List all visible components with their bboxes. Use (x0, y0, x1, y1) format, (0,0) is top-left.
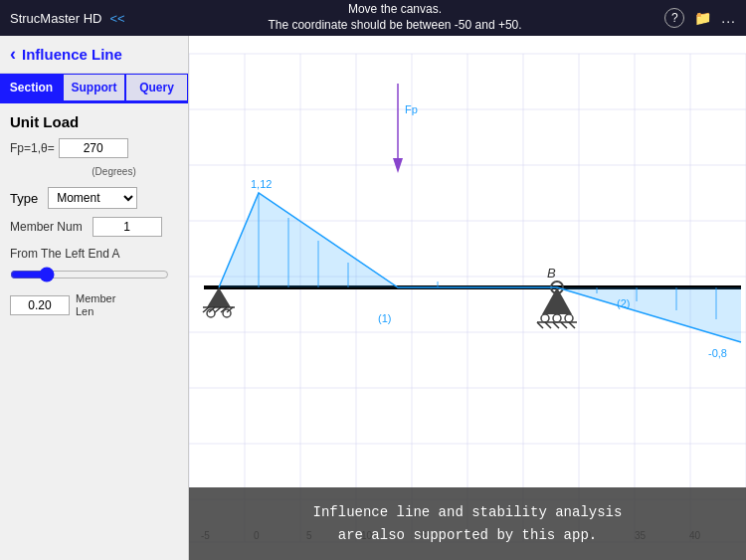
more-icon[interactable]: ... (721, 10, 736, 26)
main-layout: ‹ Influence Line Section Support Query U… (0, 36, 746, 560)
label-1: (1) (378, 312, 391, 324)
from-left-input[interactable] (10, 295, 70, 315)
tab-row: Section Support Query (0, 74, 188, 103)
tab-support[interactable]: Support (63, 74, 125, 101)
fp-label: Fp=1,θ= (10, 141, 55, 155)
back-double-arrow[interactable]: << (109, 11, 124, 26)
svg-line-42 (569, 322, 575, 328)
svg-point-31 (223, 309, 231, 317)
svg-marker-23 (207, 287, 231, 307)
fp-row: Fp=1,θ= (10, 138, 178, 158)
tab-section[interactable]: Section (0, 74, 63, 101)
svg-point-35 (541, 314, 549, 322)
panel-content: Unit Load Fp=1,θ= (Degrees) Type Moment … (0, 103, 188, 560)
force-arrow-fp: Fp (393, 84, 418, 173)
folder-icon[interactable]: 📁 (694, 10, 711, 26)
canvas-svg: Fp (189, 36, 746, 560)
svg-marker-33 (542, 287, 572, 314)
member-num-label: Member Num (10, 220, 83, 234)
svg-line-40 (553, 322, 559, 328)
support-b: B (537, 266, 577, 328)
header-right: ? 📁 ... (664, 8, 736, 28)
svg-point-36 (553, 314, 561, 322)
type-row: Type Moment Shear Axial (10, 187, 178, 209)
back-icon[interactable]: ‹ (10, 44, 16, 65)
page-title: Influence Line (22, 46, 122, 63)
svg-line-41 (561, 322, 567, 328)
member-num-row: Member Num (10, 217, 178, 237)
help-icon[interactable]: ? (664, 8, 684, 28)
app-title: StrucMaster HD (10, 11, 101, 26)
fp-canvas-label: Fp (405, 103, 418, 115)
unit-load-title: Unit Load (10, 113, 178, 130)
label-neg08: -0,8 (708, 347, 727, 359)
app-header: StrucMaster HD << Move the canvas. The c… (0, 0, 746, 36)
fp-input[interactable] (59, 138, 128, 158)
header-left: StrucMaster HD << (10, 11, 125, 26)
back-nav[interactable]: ‹ Influence Line (0, 36, 188, 74)
label-112: 1,12 (251, 178, 272, 190)
canvas-area[interactable]: Fp (189, 36, 746, 560)
instruction-line2: The coordinate should be between -50 and… (268, 18, 521, 34)
b-label: B (547, 266, 556, 280)
bottom-tooltip: Influence line and stability analysis ar… (189, 487, 746, 560)
header-center: Move the canvas. The coordinate should b… (268, 2, 521, 33)
tab-query[interactable]: Query (125, 74, 188, 101)
slider-container (10, 267, 178, 286)
tooltip-line2: are also supported by this app. (209, 524, 726, 546)
instruction-line1: Move the canvas. (268, 2, 521, 18)
fp-sublabel: (Degrees) (50, 166, 178, 177)
svg-marker-22 (393, 158, 403, 173)
from-left-label: From The Left End A (10, 247, 178, 261)
tooltip-line1: Influence line and stability analysis (209, 501, 726, 523)
left-panel: ‹ Influence Line Section Support Query U… (0, 36, 189, 560)
from-left-slider[interactable] (10, 267, 169, 282)
svg-point-37 (565, 314, 573, 322)
member-num-input[interactable] (93, 217, 162, 237)
svg-line-38 (537, 322, 543, 328)
type-select[interactable]: Moment Shear Axial (48, 187, 137, 209)
support-a (203, 287, 235, 317)
member-len-label: Member Len (76, 292, 115, 318)
influence-fill (219, 193, 741, 342)
type-label: Type (10, 191, 38, 206)
svg-line-39 (545, 322, 551, 328)
bottom-field-row: Member Len (10, 292, 178, 318)
label-2: (2) (617, 297, 630, 309)
